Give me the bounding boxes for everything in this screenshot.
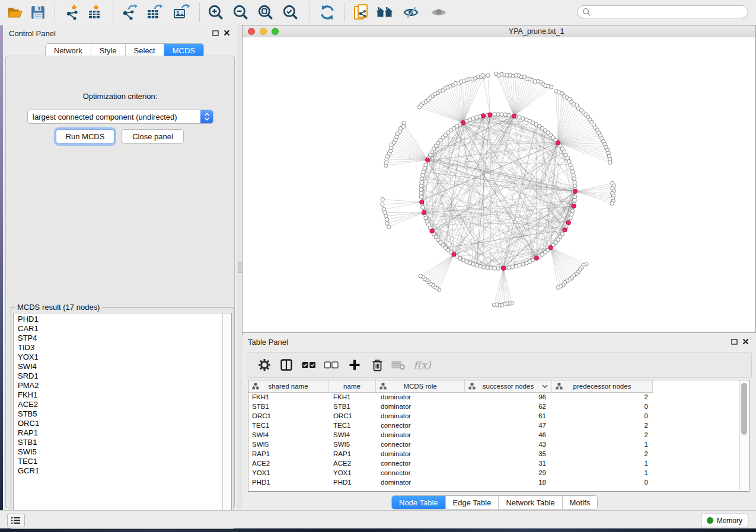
network-node[interactable] [573, 195, 576, 198]
create-column-plus-icon[interactable] [347, 358, 362, 372]
network-canvas[interactable] [243, 37, 755, 332]
network-node[interactable] [511, 265, 514, 269]
mcds-node[interactable] [534, 256, 538, 260]
table-row[interactable]: TEC1TEC1connector472 [248, 421, 739, 430]
show-all-icon[interactable] [429, 4, 448, 21]
show-column-panel-icon[interactable] [279, 358, 294, 372]
network-node[interactable] [419, 195, 423, 198]
mcds-result-item[interactable]: STB1 [14, 438, 223, 447]
network-node[interactable] [500, 113, 503, 116]
network-node[interactable] [573, 184, 576, 188]
new-network-from-selection-icon[interactable] [352, 4, 371, 21]
tab-network-table[interactable]: Network Table [499, 496, 562, 509]
network-node[interactable] [572, 174, 575, 177]
chevron-down-icon[interactable] [542, 384, 548, 389]
mcds-result-item[interactable]: SRD1 [14, 371, 223, 381]
mcds-result-item[interactable]: TID3 [14, 343, 223, 352]
network-graph[interactable] [243, 37, 755, 332]
network-node[interactable] [420, 177, 424, 181]
mcds-result-item[interactable]: PMA2 [14, 381, 223, 390]
network-node[interactable] [384, 214, 388, 217]
tab-network[interactable]: Network [46, 44, 91, 57]
network-node[interactable] [514, 264, 518, 268]
table-settings-gear-icon[interactable] [257, 358, 272, 372]
mcds-result-list[interactable]: PHD1CAR1STP4TID3YOX1SWI4SRD1PMA2FKH1ACE2… [13, 313, 224, 527]
network-node[interactable] [503, 113, 507, 116]
float-window-icon[interactable] [731, 339, 738, 345]
table-scrollbar-thumb[interactable] [741, 383, 747, 435]
memory-button[interactable]: Memory [701, 514, 748, 527]
network-node[interactable] [383, 210, 387, 214]
import-table-icon[interactable] [85, 4, 104, 21]
zoom-out-icon[interactable] [231, 4, 250, 21]
float-window-icon[interactable] [212, 30, 219, 36]
first-neighbors-icon[interactable] [375, 4, 394, 21]
export-table-icon[interactable] [145, 4, 164, 21]
zoom-selected-icon[interactable] [281, 4, 300, 21]
mcds-result-item[interactable]: PHD1 [14, 315, 223, 324]
mcds-node[interactable] [512, 114, 516, 118]
mcds-result-item[interactable]: SWI4 [14, 362, 223, 371]
mcds-result-item[interactable]: STP4 [14, 334, 223, 343]
network-node[interactable] [419, 191, 423, 195]
column-header-predecessor-nodes[interactable]: predecessor nodes [552, 380, 653, 392]
mcds-node[interactable] [481, 114, 485, 118]
network-node[interactable] [385, 222, 389, 225]
network-node[interactable] [419, 184, 423, 188]
mcds-node[interactable] [572, 204, 576, 208]
unselect-all-icon[interactable] [324, 358, 339, 372]
network-node[interactable] [556, 286, 560, 289]
network-node[interactable] [486, 266, 489, 270]
tab-select[interactable]: Select [126, 44, 164, 57]
open-file-icon[interactable] [5, 4, 24, 21]
tab-motifs[interactable]: Motifs [563, 496, 598, 509]
table-row[interactable]: SWI5SWI5connector431 [248, 440, 739, 449]
mcds-result-item[interactable]: SWI5 [14, 447, 223, 457]
table-row[interactable]: ACE2ACE2connector311 [248, 459, 739, 468]
tab-edge-table[interactable]: Edge Table [446, 496, 499, 509]
network-node[interactable] [401, 124, 405, 128]
network-node[interactable] [402, 121, 406, 124]
table-row[interactable]: SWI4SWI4dominator462 [248, 430, 739, 440]
network-node[interactable] [507, 113, 511, 117]
mcds-result-item[interactable]: ORC1 [14, 419, 223, 428]
network-node[interactable] [573, 198, 576, 202]
network-node[interactable] [482, 265, 486, 269]
apply-layout-icon[interactable] [318, 4, 337, 21]
network-node[interactable] [549, 85, 553, 89]
table-row[interactable]: RAP1RAP1dominator352 [248, 449, 739, 459]
network-node[interactable] [492, 303, 496, 306]
network-node[interactable] [571, 209, 575, 213]
delete-column-trash-icon[interactable] [369, 358, 385, 372]
mcds-result-item[interactable]: YOX1 [14, 352, 223, 362]
mcds-result-item[interactable]: STB5 [14, 409, 223, 419]
search-input[interactable] [577, 5, 748, 18]
mcds-node[interactable] [422, 210, 426, 214]
network-node[interactable] [424, 163, 428, 166]
network-node[interactable] [493, 267, 496, 270]
mcds-node[interactable] [430, 229, 434, 233]
mcds-result-item[interactable]: TEC1 [14, 457, 223, 466]
network-node[interactable] [570, 166, 573, 170]
mcds-result-item[interactable]: ACE2 [14, 400, 223, 409]
zoom-in-icon[interactable] [206, 4, 225, 21]
tab-node-table[interactable]: Node Table [392, 496, 446, 509]
mcds-node[interactable] [563, 227, 567, 232]
close-window-icon[interactable] [248, 28, 255, 35]
network-node[interactable] [569, 216, 572, 220]
network-node[interactable] [489, 266, 493, 270]
task-history-button[interactable] [7, 514, 25, 527]
mcds-node[interactable] [420, 200, 424, 204]
column-header-successor-nodes[interactable]: successor nodes [465, 380, 552, 392]
mcds-node[interactable] [566, 220, 570, 225]
minimize-window-icon[interactable] [260, 28, 267, 35]
network-node[interactable] [475, 116, 479, 119]
network-node[interactable] [419, 188, 423, 191]
close-panel-button[interactable]: Close panel [122, 129, 184, 144]
mcds-node[interactable] [461, 120, 465, 124]
table-row[interactable]: STB1STB1dominator620 [248, 402, 739, 411]
mcds-result-item[interactable]: RAP1 [14, 428, 223, 438]
column-header-MCDS-role[interactable]: MCDS role [376, 380, 465, 392]
export-network-icon[interactable] [120, 4, 139, 21]
network-node[interactable] [421, 174, 425, 177]
